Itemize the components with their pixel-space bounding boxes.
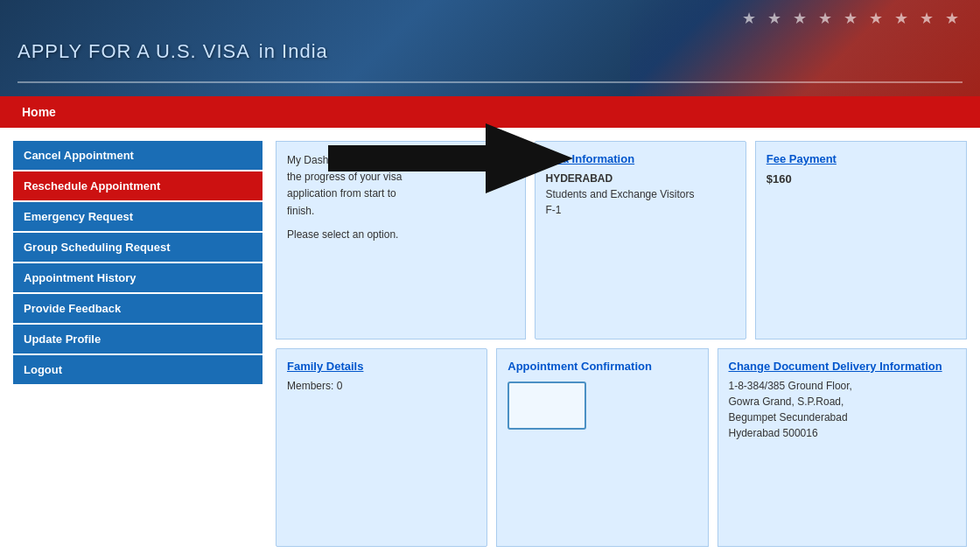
fee-amount: $160 <box>766 172 956 186</box>
sidebar-item-logout[interactable]: Logout <box>13 355 262 384</box>
visa-info-text: HYDERABAD Students and Exchange Visitors… <box>546 171 735 218</box>
sidebar: Cancel Appointment Reschedule Appointmen… <box>13 141 262 547</box>
home-link[interactable]: Home <box>13 105 65 119</box>
sidebar-item-reschedule-appointment[interactable]: Reschedule Appointment <box>13 172 262 200</box>
fee-payment-card: Fee Payment $160 <box>755 141 967 340</box>
stars-decoration: ★ ★ ★ ★ ★ ★ ★ ★ ★ <box>742 9 962 28</box>
visa-info-card: Visa Information HYDERABAD Students and … <box>535 141 746 340</box>
dashboard-text: My Dashboard lets you track the progress… <box>287 152 514 220</box>
dashboard-card: My Dashboard lets you track the progress… <box>276 141 526 340</box>
dashboard-select-text: Please select an option. <box>287 227 514 243</box>
content-area: My Dashboard lets you track the progress… <box>276 141 967 547</box>
sidebar-item-update-profile[interactable]: Update Profile <box>13 325 262 354</box>
sidebar-item-emergency-request[interactable]: Emergency Request <box>13 202 262 231</box>
main-container: Cancel Appointment Reschedule Appointmen… <box>0 128 980 560</box>
change-document-card: Change Document Delivery Information 1-8… <box>718 348 968 547</box>
change-document-address: 1-8-384/385 Ground Floor, Gowra Grand, S… <box>729 378 956 441</box>
grid-row-1: My Dashboard lets you track the progress… <box>276 141 967 340</box>
sidebar-item-provide-feedback[interactable]: Provide Feedback <box>13 294 262 323</box>
navbar: Home <box>0 96 980 128</box>
family-members-text: Members: 0 <box>287 378 476 394</box>
appointment-confirmation-card: Appointment Confirmation <box>496 348 708 547</box>
fee-payment-link[interactable]: Fee Payment <box>766 152 956 165</box>
appointment-confirmation-box <box>508 382 586 430</box>
appointment-confirmation-title: Appointment Confirmation <box>508 360 652 373</box>
page-header: APPLY FOR A U.S. VISA in India ★ ★ ★ ★ ★… <box>0 0 980 96</box>
page-title: APPLY FOR A U.S. VISA in India <box>18 32 328 65</box>
family-details-link[interactable]: Family Details <box>287 360 476 373</box>
visa-info-link[interactable]: Visa Information <box>546 152 735 165</box>
sidebar-item-appointment-history[interactable]: Appointment History <box>13 263 262 292</box>
sidebar-item-group-scheduling-request[interactable]: Group Scheduling Request <box>13 233 262 262</box>
header-title-block: APPLY FOR A U.S. VISA in India <box>18 32 328 65</box>
sidebar-item-cancel-appointment[interactable]: Cancel Appointment <box>13 141 262 170</box>
grid-row-2: Family Details Members: 0 Appointment Co… <box>276 348 967 547</box>
family-details-card: Family Details Members: 0 <box>276 348 487 547</box>
change-document-title[interactable]: Change Document Delivery Information <box>729 360 956 373</box>
